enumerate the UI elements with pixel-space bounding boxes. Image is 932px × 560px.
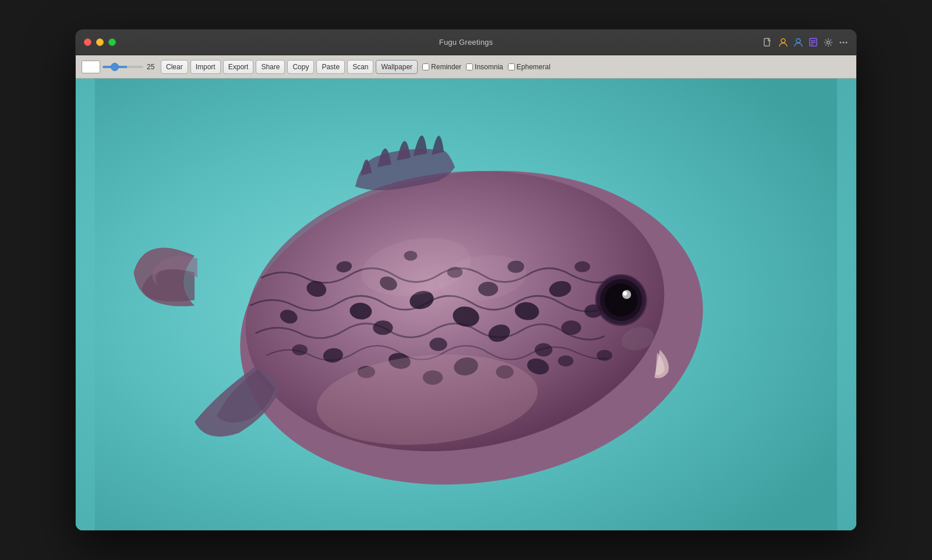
ephemeral-checkbox[interactable]	[508, 63, 515, 70]
svg-point-48	[623, 291, 627, 296]
fish-illustration	[76, 79, 856, 530]
brush-size-slider[interactable]	[103, 66, 143, 68]
insomnia-checkbox-label[interactable]: Insomnia	[466, 63, 503, 71]
reminder-label: Reminder	[431, 63, 461, 71]
brush-size-control: 25	[103, 63, 158, 71]
reminder-checkbox[interactable]	[422, 63, 429, 70]
toolbar: 25 Clear Import Export Share Copy Paste …	[76, 55, 856, 79]
color-swatch[interactable]	[82, 61, 100, 73]
clear-button[interactable]: Clear	[161, 60, 188, 74]
svg-point-8	[840, 41, 842, 43]
bookmark-icon[interactable]	[809, 38, 818, 47]
traffic-lights	[84, 38, 116, 46]
canvas-area[interactable]	[76, 79, 856, 530]
person-icon[interactable]	[778, 38, 788, 47]
svg-point-31	[574, 261, 590, 272]
file-icon[interactable]	[763, 38, 772, 47]
ephemeral-checkbox-label[interactable]: Ephemeral	[508, 63, 550, 71]
gear-icon[interactable]	[824, 38, 833, 47]
titlebar: Fugu Greetings	[76, 30, 856, 55]
svg-point-21	[429, 338, 447, 351]
insomnia-label: Insomnia	[475, 63, 503, 71]
ellipsis-icon[interactable]	[839, 38, 848, 47]
paste-button[interactable]: Paste	[316, 60, 345, 74]
ephemeral-label: Ephemeral	[517, 63, 550, 71]
svg-point-1	[781, 38, 785, 42]
maximize-button[interactable]	[108, 38, 116, 46]
brush-size-value: 25	[147, 63, 158, 71]
export-button[interactable]: Export	[223, 60, 254, 74]
svg-point-2	[796, 38, 800, 42]
titlebar-actions	[763, 38, 848, 47]
app-window: Fugu Greetings	[76, 30, 856, 530]
svg-point-46	[605, 283, 638, 317]
user-icon[interactable]	[793, 38, 803, 47]
share-button[interactable]: Share	[256, 60, 285, 74]
reminder-checkbox-label[interactable]: Reminder	[422, 63, 461, 71]
copy-button[interactable]: Copy	[287, 60, 314, 74]
wallpaper-button[interactable]: Wallpaper	[376, 60, 418, 74]
window-title: Fugu Greetings	[439, 38, 493, 47]
svg-point-7	[827, 41, 830, 44]
svg-point-9	[843, 41, 845, 43]
scan-button[interactable]: Scan	[347, 60, 373, 74]
close-button[interactable]	[84, 38, 91, 46]
import-button[interactable]: Import	[190, 60, 221, 74]
options-checkboxes: Reminder Insomnia Ephemeral	[422, 63, 550, 71]
insomnia-checkbox[interactable]	[466, 63, 473, 70]
svg-point-10	[846, 41, 848, 43]
svg-point-43	[558, 355, 574, 366]
minimize-button[interactable]	[96, 38, 104, 46]
